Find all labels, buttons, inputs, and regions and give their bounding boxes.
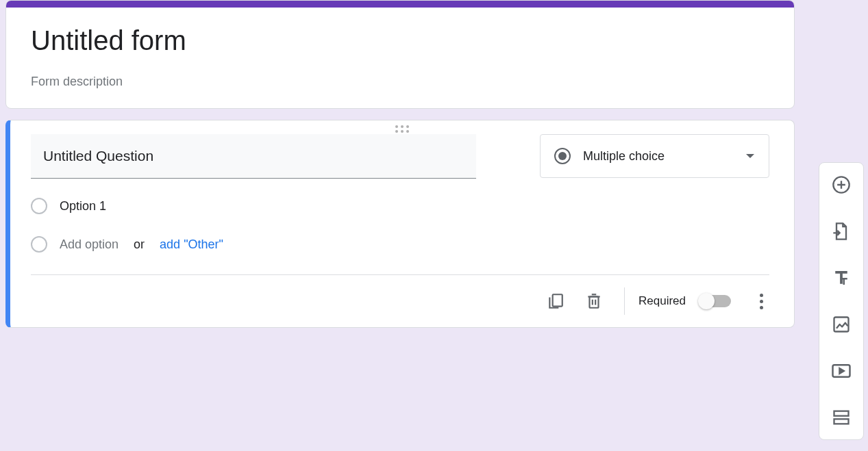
svg-point-3 [395,130,398,133]
required-toggle[interactable] [699,295,731,307]
required-label: Required [638,294,686,308]
add-other-button[interactable]: add "Other" [160,237,223,252]
question-type-dropdown[interactable]: Multiple choice [540,134,769,178]
radio-empty-icon [31,236,47,253]
more-options-button[interactable] [745,285,778,318]
form-accent-bar [6,1,794,8]
question-type-label: Multiple choice [583,149,665,164]
question-title-input[interactable] [31,134,476,179]
or-text: or [134,237,145,252]
option-text[interactable]: Option 1 [60,199,106,214]
svg-point-2 [406,125,409,128]
drag-handle[interactable] [10,120,794,134]
image-icon [832,315,851,334]
question-card: Multiple choice Option 1 Add option or a… [5,120,795,328]
add-video-button[interactable] [825,355,858,387]
svg-point-5 [406,130,409,133]
duplicate-button[interactable] [539,285,572,318]
trash-icon [585,292,603,310]
vertical-divider [624,287,625,315]
form-title-input[interactable]: Untitled form [31,23,769,58]
dot-icon [760,294,763,297]
video-icon [831,361,852,381]
question-footer: Required [10,275,794,327]
form-description-input[interactable]: Form description [31,75,769,89]
add-option-row: Add option or add "Other" [31,236,769,253]
add-section-button[interactable] [825,401,858,434]
copy-icon [547,292,565,310]
import-icon [832,222,851,241]
svg-rect-12 [834,419,849,424]
import-questions-button[interactable] [825,215,858,248]
option-row: Option 1 [31,198,769,214]
svg-point-1 [401,125,404,128]
add-question-button[interactable] [825,168,858,201]
chevron-down-icon [745,153,755,159]
add-option-button[interactable]: Add option [60,237,119,252]
svg-point-4 [401,130,404,133]
svg-rect-6 [553,294,562,306]
toggle-knob [698,293,715,309]
radio-icon [554,148,571,164]
form-header-card: Untitled form Form description [5,0,795,109]
svg-point-0 [395,125,398,128]
drag-handle-icon [394,125,410,133]
section-icon [832,408,851,427]
add-image-button[interactable] [825,308,858,341]
add-title-button[interactable] [825,261,858,294]
radio-empty-icon [31,198,47,214]
text-icon [831,268,852,288]
dot-icon [760,300,763,303]
plus-circle-icon [832,175,851,194]
svg-rect-11 [834,411,849,416]
dot-icon [760,306,763,309]
delete-button[interactable] [578,285,610,318]
svg-rect-7 [590,297,599,308]
side-toolbar [819,162,864,440]
